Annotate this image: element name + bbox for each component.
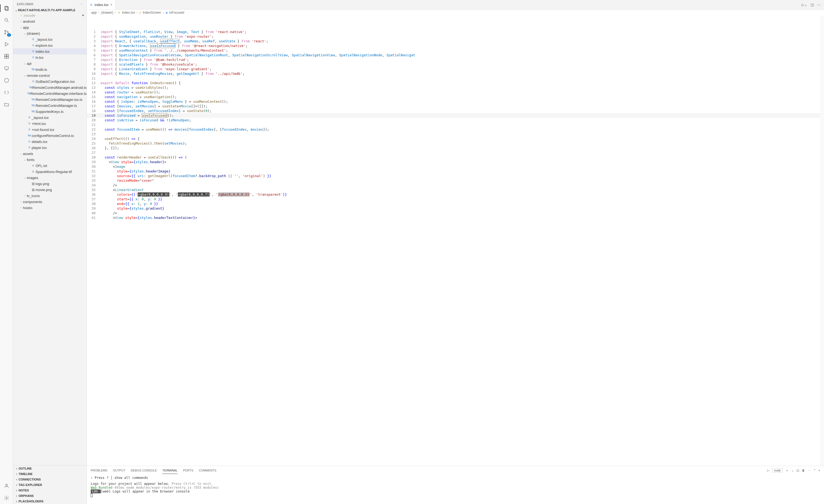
tree-folder[interactable]: ⌄assets [13, 150, 87, 157]
code-line[interactable]: 29 <View style={styles.header}> [87, 160, 824, 164]
tab-index-tsx[interactable]: ⚛ index.tsx × [87, 0, 116, 9]
code-line[interactable]: 7import { Direction } from '@bam.tech/lr… [87, 58, 824, 62]
tree-file[interactable]: ⚛details.tsx [13, 138, 87, 144]
tree-folder[interactable]: ›android [13, 18, 87, 24]
tree-file[interactable]: TStmdb.ts [13, 67, 87, 73]
maximize-panel-icon[interactable]: ⌃ [813, 469, 816, 472]
account-icon[interactable] [3, 482, 10, 490]
tree-file[interactable]: ⚛_layout.tsx [13, 36, 87, 42]
tree-file[interactable]: ⚛player.tsx [13, 144, 87, 150]
tree-file[interactable]: ≡OFL.txt [13, 163, 87, 169]
tree-file[interactable]: ASpaceMono-Regular.ttf [13, 169, 87, 175]
tree-file[interactable]: TSconfigureRemoteControl.ts [13, 132, 87, 138]
collapsed-section[interactable]: ›PLACEHOLDERS [13, 499, 87, 504]
more-icon[interactable]: ⋯ [808, 469, 811, 472]
collapsed-section[interactable]: ›ORPHANS [13, 493, 87, 499]
new-terminal-icon[interactable]: ＋ [786, 469, 789, 473]
run-icon[interactable]: ▷⌄ [802, 3, 807, 7]
terminal-output[interactable]: › Press ? │ show all commands Logs for y… [87, 475, 824, 504]
terminal-launch-icon[interactable]: ▷ [767, 469, 769, 472]
code-line[interactable]: 33 resizeMode="cover" [87, 178, 824, 183]
tree-folder[interactable]: ›tv_icons [13, 193, 87, 199]
tree-folder[interactable]: ⌄(drawer) [13, 30, 87, 36]
code-line[interactable]: 17 const [movies, setMovies] = useState<… [87, 104, 824, 108]
tree-file[interactable]: ⚛GoBackConfiguration.tsx [13, 79, 87, 85]
code-line[interactable]: 23 [87, 132, 824, 136]
remote-icon[interactable] [3, 65, 10, 72]
terminal-dropdown-icon[interactable]: ⌄ [791, 469, 794, 472]
tree-file[interactable]: ⚛index.tsx [13, 48, 87, 55]
more-icon[interactable]: ⋯ [817, 3, 821, 7]
collapsed-section[interactable]: ›TAG EXPLORER [13, 482, 87, 488]
tree-folder[interactable]: ⌄remote-control [13, 73, 87, 79]
code-line[interactable]: 5import { useMenuContext } from '../../c… [87, 48, 824, 53]
code-line[interactable]: 10import { Movie, fetchTrendingMovies, g… [87, 71, 824, 76]
code-line[interactable]: 16 const { isOpen: isMenuOpen, toggleMen… [87, 99, 824, 104]
code-editor[interactable]: 1import { StyleSheet, FlatList, View, Im… [87, 16, 824, 466]
panel-tab-output[interactable]: OUTPUT [113, 467, 125, 474]
code-line[interactable]: 39 style={styles.gradient} [87, 206, 824, 211]
breadcrumb-item[interactable]: app [91, 11, 97, 14]
kill-terminal-icon[interactable]: 🗑 [802, 469, 805, 472]
folder-icon[interactable] [3, 101, 10, 108]
tree-folder[interactable]: ⌄fonts [13, 157, 87, 163]
code-line[interactable]: 34 /> [87, 183, 824, 188]
code-line[interactable]: 28 const renderHeader = useCallback(() =… [87, 155, 824, 160]
code-line[interactable]: 9import { LinearGradient } from 'expo-li… [87, 67, 824, 71]
panel-tab-ports[interactable]: PORTS [183, 467, 193, 474]
tree-folder[interactable]: ⌄images [13, 175, 87, 181]
code-line[interactable]: 14 const router = useRouter(); [87, 90, 824, 95]
panel-tab-terminal[interactable]: TERMINAL [162, 467, 178, 474]
collapsed-section[interactable]: ›OUTLINE [13, 466, 87, 471]
code-line[interactable]: 36 colors={['rgba(0,0,0,0.9)', 'rgba(0,0… [87, 192, 824, 197]
run-debug-icon[interactable] [3, 40, 10, 48]
collapsed-section[interactable]: ›NOTES [13, 488, 87, 493]
tree-file[interactable]: ⚛_layout.tsx [13, 114, 87, 120]
code-line[interactable]: 40 /> [87, 211, 824, 215]
project-section-header[interactable]: ⌄ REACT-NATIVE-MULTI-TV-APP-SAMPLE [13, 8, 87, 12]
code-line[interactable]: 19 const isFocused = useIsFocused(); [87, 113, 824, 118]
close-icon[interactable]: × [110, 2, 112, 7]
sidebar-more-icon[interactable]: ⋯ [80, 2, 83, 6]
tree-folder[interactable]: ›hooks [13, 205, 87, 211]
code-line[interactable]: 32 source={{ uri: getImageUrl(focusedIte… [87, 174, 824, 178]
code-line[interactable]: 4import { DrawerActions, useIsFocused } … [87, 43, 824, 48]
code-line[interactable]: 30 <Image [87, 164, 824, 169]
code-line[interactable]: 20 const isActive = isFocused && !isMenu… [87, 118, 824, 122]
github-icon[interactable] [3, 77, 10, 84]
tree-file[interactable]: ▦logo.png [13, 181, 87, 187]
code-line[interactable]: 21 [87, 122, 824, 127]
terminal-profile-label[interactable]: node [772, 468, 783, 473]
search-icon[interactable] [3, 16, 10, 24]
code-line[interactable]: 15 const navigation = useNavigation(); [87, 95, 824, 99]
source-control-icon[interactable]: 1 [3, 28, 10, 36]
settings-gear-icon[interactable] [3, 494, 10, 502]
code-line[interactable]: 22 const focusedItem = useMemo(() => mov… [87, 127, 824, 132]
collapsed-section[interactable]: ›CONNECTIONS [13, 477, 87, 482]
split-terminal-icon[interactable]: ◫ [796, 469, 799, 472]
minimap[interactable] [820, 16, 824, 466]
panel-tab-problems[interactable]: PROBLEMS [91, 467, 107, 474]
split-editor-icon[interactable]: ◫ [811, 3, 814, 7]
code-line[interactable]: 37 start={{ x: 0, y: 0 }} [87, 197, 824, 201]
tree-folder[interactable]: ›components [13, 199, 87, 205]
extensions-icon[interactable] [3, 53, 10, 60]
code-line[interactable]: 2import { useNavigation, useRouter } fro… [87, 34, 824, 39]
code-line[interactable]: 25 fetchTrendingMovies().then(setMovies)… [87, 141, 824, 146]
code-line[interactable]: 6import { SpatialNavigationFocusableView… [87, 53, 824, 58]
close-panel-icon[interactable]: × [819, 469, 820, 472]
tree-file[interactable]: TSRemoteControlManager.ts [13, 102, 87, 108]
code-line[interactable]: 13 const styles = useGridStyles(); [87, 85, 824, 90]
code-line[interactable]: 41 <View style={styles.headerTextContain… [87, 215, 824, 220]
code-line[interactable]: 31 style={styles.headerImage} [87, 169, 824, 174]
tree-folder[interactable]: ⌄api [13, 61, 87, 67]
tree-file[interactable]: TSRemoteControlManager.android.ts [13, 85, 87, 91]
code-line[interactable]: 27 [87, 150, 824, 155]
tree-folder[interactable]: ›.vscode [13, 12, 87, 18]
tree-file[interactable]: ⚛tv.tsx [13, 55, 87, 61]
code-line[interactable]: 35 <LinearGradient [87, 188, 824, 192]
explorer-icon[interactable] [3, 4, 10, 12]
brackets-icon[interactable] [3, 89, 10, 96]
code-line[interactable]: 1import { StyleSheet, FlatList, View, Im… [87, 29, 824, 34]
tree-folder[interactable]: ⌄app [13, 24, 87, 30]
